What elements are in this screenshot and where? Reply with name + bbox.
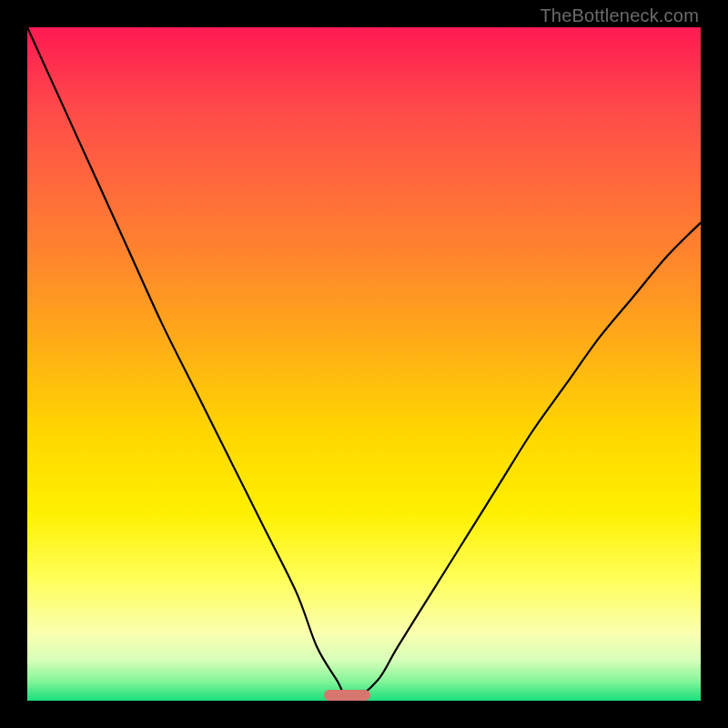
plot-area (27, 27, 701, 701)
bottleneck-curve (27, 27, 701, 701)
optimal-range-marker (324, 690, 371, 701)
curve-path (27, 27, 701, 701)
chart-frame: TheBottleneck.com (0, 0, 728, 728)
watermark-text: TheBottleneck.com (540, 5, 699, 26)
